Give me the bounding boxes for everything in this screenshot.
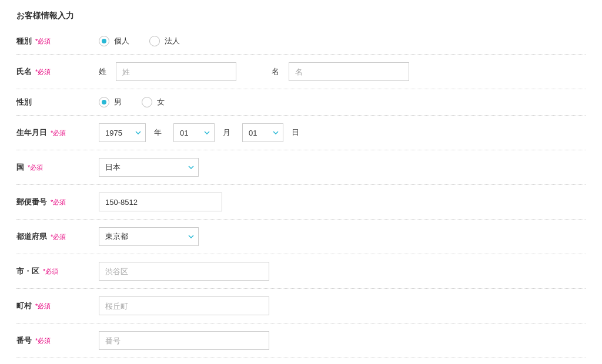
section-title: お客様情報入力 [16,11,586,21]
label-number: 番号 [16,335,32,346]
firstname-sublabel: 名 [272,66,279,77]
month-unit: 月 [223,127,230,138]
prefecture-select[interactable]: 東京都 [99,227,199,246]
radio-individual-label: 個人 [114,36,129,46]
firstname-input[interactable] [289,62,409,81]
required-badge: *必須 [35,336,51,345]
required-badge: *必須 [51,232,66,241]
birth-month-select[interactable]: 01 [173,123,215,142]
required-badge: *必須 [51,198,66,207]
required-badge: *必須 [28,163,43,172]
lastname-input[interactable] [116,62,236,81]
city-input[interactable] [99,262,269,281]
label-city: 市・区 [16,266,39,277]
row-sex: 性別 男 女 [16,89,586,116]
label-name: 氏名 [16,66,32,77]
label-town: 町村 [16,301,32,311]
radio-individual[interactable]: 個人 [99,36,129,46]
row-building: 建物名など [16,358,586,364]
radio-indicator-icon [99,97,109,107]
radio-male[interactable]: 男 [99,97,122,107]
radio-indicator-icon [99,36,109,46]
town-input[interactable] [99,296,269,315]
required-badge: *必須 [35,302,51,311]
row-number: 番号 *必須 [16,323,586,358]
birth-year-select[interactable]: 1975 [99,123,146,142]
required-badge: *必須 [35,37,51,46]
radio-indicator-icon [142,97,152,107]
row-birth: 生年月日 *必須 1975 年 01 月 01 日 [16,116,586,150]
row-country: 国 *必須 日本 [16,150,586,185]
label-postal: 郵便番号 [16,197,47,207]
required-badge: *必須 [51,129,66,137]
row-city: 市・区 *必須 [16,254,586,289]
radio-indicator-icon [149,36,160,46]
year-unit: 年 [154,127,162,138]
label-sex: 性別 [16,97,32,107]
required-badge: *必須 [35,68,51,76]
radio-female-label: 女 [157,97,165,107]
row-prefecture: 都道府県 *必須 東京都 [16,220,586,254]
birth-day-select[interactable]: 01 [242,123,283,142]
required-badge: *必須 [43,267,58,276]
lastname-sublabel: 姓 [99,66,106,77]
row-town: 町村 *必須 [16,289,586,323]
postal-input[interactable] [99,193,222,211]
radio-corporate[interactable]: 法人 [149,36,180,46]
label-birth: 生年月日 [16,127,47,138]
row-type: 種別 *必須 個人 法人 [16,28,586,55]
radio-male-label: 男 [114,97,122,107]
radio-female[interactable]: 女 [142,97,165,107]
row-postal: 郵便番号 *必須 [16,185,586,220]
number-input[interactable] [99,331,269,350]
label-prefecture: 都道府県 [16,231,47,242]
label-country: 国 [16,162,24,173]
label-type: 種別 [16,36,32,46]
day-unit: 日 [292,127,299,138]
radio-corporate-label: 法人 [165,36,180,46]
row-name: 氏名 *必須 姓 名 [16,55,586,89]
country-select[interactable]: 日本 [99,158,199,177]
